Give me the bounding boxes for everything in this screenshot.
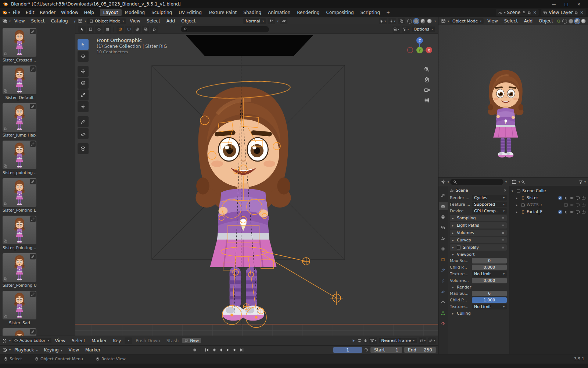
filter-list-dropdown[interactable]: ▾ <box>392 26 400 33</box>
edit-asset-icon[interactable] <box>30 216 36 222</box>
disable-viewports-icon[interactable] <box>576 203 580 207</box>
show-hidden-icon[interactable] <box>358 339 362 343</box>
tab-tool[interactable] <box>439 191 448 199</box>
shading-solid-button[interactable] <box>414 19 419 24</box>
annotate-tool[interactable] <box>78 116 89 127</box>
outliner-row-facial[interactable]: ▸ Facial_F <box>511 208 587 215</box>
material-ball-icon[interactable] <box>557 19 561 23</box>
select-circle-mode-button[interactable] <box>95 26 103 33</box>
action-browse-dropdown[interactable]: ▾ <box>125 337 132 344</box>
section-menu-icon[interactable]: ≡ <box>502 223 505 227</box>
workspace-tab[interactable]: Modeling <box>122 9 148 16</box>
tab-view-layer[interactable] <box>439 223 448 231</box>
topbar-menu[interactable]: Render <box>37 9 58 16</box>
tab-scene[interactable] <box>439 234 448 242</box>
playback-menu[interactable]: Playback ▾ <box>12 347 40 353</box>
asset-item[interactable]: Sister_Jump Hap... <box>3 103 36 138</box>
mode-dropdown[interactable]: Object Mode▾ <box>87 18 126 24</box>
asset-item[interactable]: Sister_Pointing Up <box>3 253 36 288</box>
section-menu-icon[interactable]: ≡ <box>502 245 505 250</box>
cursor-tool[interactable] <box>78 51 89 62</box>
auto-keying-record-icon[interactable] <box>192 347 197 353</box>
edit-asset-icon[interactable] <box>30 141 36 147</box>
simplify-value-field[interactable]: 6▾ <box>472 291 507 296</box>
add-workspace-button[interactable]: + <box>384 9 392 16</box>
dope-sheet-menu[interactable]: Key <box>111 337 124 344</box>
asset-thumbnail[interactable] <box>3 178 36 207</box>
rotate-tool[interactable] <box>78 78 89 89</box>
properties-section-header[interactable]: ▸ Sampling ≡ <box>450 215 507 221</box>
properties-section-header[interactable]: ▸ Volumes ≡ <box>450 230 507 236</box>
tab-object-data[interactable] <box>439 309 448 317</box>
simplify-render-subheader[interactable]: ▾Render <box>452 285 507 290</box>
world-icon-button[interactable] <box>133 26 141 33</box>
property-dropdown[interactable]: GPU Comp...▾ <box>472 208 507 214</box>
outliner-editor-icon[interactable] <box>512 179 517 184</box>
previous-keyframe-button[interactable] <box>211 347 216 353</box>
scale-tool[interactable] <box>78 89 89 100</box>
checkbox-icon[interactable] <box>558 210 562 214</box>
simplify-viewport-subheader[interactable]: ▾Viewport <box>452 252 507 257</box>
viewport-canvas[interactable]: Front Orthographic (1) Scene Collection … <box>75 34 438 336</box>
scene-selector[interactable]: ▾ Scene × <box>496 9 539 16</box>
minimize-button[interactable]: — <box>548 2 560 7</box>
select-box-mode-button[interactable] <box>87 26 94 33</box>
frame-start-field[interactable]: Start1 <box>370 347 402 353</box>
topbar-menu[interactable]: Help <box>81 9 96 16</box>
toggle-xray-button[interactable] <box>398 18 405 24</box>
unlink-scene-icon[interactable]: × <box>533 10 537 15</box>
view-layer-selector[interactable]: View Layer × <box>541 9 586 16</box>
remove-view-layer-icon[interactable]: × <box>580 10 584 15</box>
hide-viewport-icon[interactable] <box>570 196 574 200</box>
shading-rendered-button[interactable] <box>427 19 432 24</box>
asset-thumbnail[interactable] <box>3 328 36 336</box>
filter-funnel-icon[interactable] <box>579 180 583 184</box>
tab-modifiers[interactable] <box>439 266 448 274</box>
section-menu-icon[interactable]: ≡ <box>502 238 505 242</box>
copy-view-layer-icon[interactable] <box>574 11 578 15</box>
toggle-perspective-grid-icon[interactable] <box>424 97 430 103</box>
simplify-value-field[interactable]: No Limit▾ <box>472 271 507 277</box>
asset-item[interactable]: Sister_Pointing ... <box>3 216 36 250</box>
disable-render-icon[interactable] <box>581 196 586 200</box>
measure-tool[interactable] <box>78 128 89 139</box>
next-keyframe-button[interactable] <box>232 347 237 353</box>
disable-viewports-icon[interactable] <box>576 210 580 214</box>
preview-shading-material-button[interactable] <box>575 19 580 24</box>
workspace-tab[interactable]: Compositing <box>323 9 357 16</box>
preview-menu[interactable]: View <box>485 18 500 24</box>
asset-thumbnail[interactable] <box>3 28 36 57</box>
pin-icon[interactable] <box>522 11 526 15</box>
outliner-row-wgts[interactable]: ▸ WGTS_r <box>511 201 587 208</box>
tab-world[interactable] <box>439 245 448 253</box>
preview-menu[interactable]: Object <box>536 18 556 24</box>
workspace-tab[interactable]: Scripting <box>357 9 383 16</box>
tab-particles[interactable] <box>439 277 448 285</box>
action-editor-mode-dropdown[interactable]: Action Editor▾ <box>12 338 51 343</box>
screen-icon[interactable] <box>125 26 132 33</box>
snap-toggle-button[interactable] <box>268 18 275 24</box>
outliner-row-sister[interactable]: ▸ Sister <box>511 194 587 201</box>
outliner-root-row[interactable]: ▾ Scene Colle <box>511 187 587 194</box>
workspace-tab[interactable]: Shading <box>240 9 265 16</box>
play-button[interactable] <box>225 347 230 353</box>
asset-thumbnail[interactable] <box>3 253 36 282</box>
simplify-value-field[interactable]: 1.000▾ <box>472 297 507 303</box>
pin-icon[interactable] <box>503 188 507 192</box>
edit-asset-icon[interactable] <box>30 329 36 335</box>
workspace-tab[interactable]: Sculpting <box>148 9 175 16</box>
asset-item[interactable]: Sister_sssttt <box>3 328 36 336</box>
properties-section-header[interactable]: ▸ Light Paths ≡ <box>450 222 507 229</box>
selectable-icon[interactable] <box>564 210 568 214</box>
asset-thumbnail[interactable] <box>3 141 36 169</box>
shading-wireframe-button[interactable] <box>407 19 412 24</box>
fcurve-dropdown[interactable]: ▾ <box>428 337 436 344</box>
disable-viewports-icon[interactable] <box>576 196 580 200</box>
topbar-menu[interactable]: File <box>10 9 23 16</box>
frame-end-field[interactable]: End250 <box>404 347 436 353</box>
asset-thumbnail[interactable] <box>3 103 36 132</box>
maximize-button[interactable]: □ <box>560 2 573 7</box>
asset-thumbnail[interactable] <box>3 216 36 244</box>
properties-search-input[interactable] <box>450 179 503 185</box>
asset-item[interactable]: Sister_Default <box>3 66 36 100</box>
